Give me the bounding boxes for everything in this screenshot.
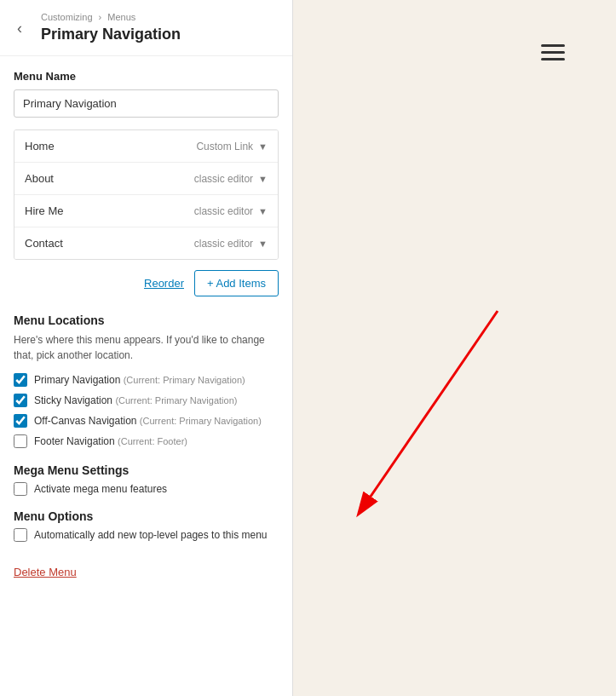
hamburger-button[interactable] bbox=[541, 44, 565, 60]
menu-options-auto-add-label: Automatically add new top-level pages to… bbox=[34, 529, 268, 541]
panel-body: Menu Name Home Custom Link ▼ About class… bbox=[0, 56, 292, 696]
menu-options-auto-add[interactable]: Automatically add new top-level pages to… bbox=[14, 528, 279, 542]
breadcrumb-customizing: Customizing bbox=[41, 12, 93, 22]
location-offcanvas-nav-label: Off-Canvas Navigation bbox=[34, 415, 140, 427]
page-title: Primary Navigation bbox=[41, 26, 279, 43]
hamburger-line-2 bbox=[541, 51, 565, 54]
mega-menu-checkboxes: Activate mega menu features bbox=[14, 482, 279, 496]
chevron-down-icon: ▼ bbox=[258, 239, 268, 249]
menu-item-type: classic editor bbox=[194, 173, 253, 185]
location-footer-nav-current: (Current: Footer) bbox=[118, 436, 187, 446]
menu-item[interactable]: Hire Me classic editor ▼ bbox=[14, 195, 278, 227]
chevron-down-icon: ▼ bbox=[258, 141, 268, 152]
menu-item-type: classic editor bbox=[194, 238, 253, 250]
menu-item-name: About bbox=[25, 172, 54, 185]
location-footer-nav[interactable]: Footer Navigation (Current: Footer) bbox=[14, 434, 279, 448]
menu-options-checkboxes: Automatically add new top-level pages to… bbox=[14, 528, 279, 542]
menu-locations-title: Menu Locations bbox=[14, 313, 279, 327]
location-primary-nav-current: (Current: Primary Navigation) bbox=[124, 375, 245, 385]
menu-name-label: Menu Name bbox=[14, 70, 279, 83]
hamburger-line-3 bbox=[541, 58, 565, 60]
menu-actions: Reorder + Add Items bbox=[14, 270, 279, 296]
mega-menu-activate-label: Activate mega menu features bbox=[34, 483, 167, 495]
add-items-button[interactable]: + Add Items bbox=[194, 270, 279, 296]
menu-item-type: classic editor bbox=[194, 205, 253, 217]
menu-item-name: Home bbox=[25, 140, 55, 152]
location-footer-nav-label: Footer Navigation bbox=[34, 435, 118, 447]
location-offcanvas-nav-checkbox[interactable] bbox=[14, 414, 27, 428]
breadcrumb-menus: Menus bbox=[107, 12, 135, 22]
menu-items-list: Home Custom Link ▼ About classic editor … bbox=[14, 129, 279, 260]
location-offcanvas-nav[interactable]: Off-Canvas Navigation (Current: Primary … bbox=[14, 414, 279, 428]
location-sticky-nav-current: (Current: Primary Navigation) bbox=[115, 395, 237, 406]
menu-item[interactable]: Home Custom Link ▼ bbox=[14, 130, 278, 163]
menu-item-type: Custom Link bbox=[196, 141, 253, 152]
back-button[interactable]: ‹ bbox=[10, 15, 29, 40]
menu-item[interactable]: Contact classic editor ▼ bbox=[14, 227, 278, 259]
location-sticky-nav-checkbox[interactable] bbox=[14, 394, 27, 407]
location-footer-nav-checkbox[interactable] bbox=[14, 434, 27, 448]
menu-locations-checkboxes: Primary Navigation (Current: Primary Nav… bbox=[14, 373, 279, 448]
reorder-button[interactable]: Reorder bbox=[144, 277, 184, 290]
right-panel bbox=[293, 0, 616, 696]
chevron-down-icon: ▼ bbox=[258, 174, 268, 184]
red-arrow bbox=[293, 0, 616, 696]
mega-menu-title: Mega Menu Settings bbox=[14, 463, 279, 477]
location-primary-nav[interactable]: Primary Navigation (Current: Primary Nav… bbox=[14, 373, 279, 387]
breadcrumb: Customizing › Menus bbox=[41, 12, 279, 22]
menu-item-name: Hire Me bbox=[25, 204, 64, 217]
hamburger-line-1 bbox=[541, 44, 565, 47]
breadcrumb-separator: › bbox=[99, 12, 102, 22]
left-panel: ‹ Customizing › Menus Primary Navigation… bbox=[0, 0, 293, 696]
location-primary-nav-label: Primary Navigation bbox=[34, 374, 124, 386]
menu-item-name: Contact bbox=[25, 237, 63, 250]
panel-header: ‹ Customizing › Menus Primary Navigation bbox=[0, 0, 292, 56]
menu-options-auto-add-checkbox[interactable] bbox=[14, 528, 27, 542]
location-sticky-nav[interactable]: Sticky Navigation (Current: Primary Navi… bbox=[14, 394, 279, 407]
delete-menu-button[interactable]: Delete Menu bbox=[14, 566, 77, 578]
chevron-down-icon: ▼ bbox=[258, 206, 268, 216]
location-primary-nav-checkbox[interactable] bbox=[14, 373, 27, 387]
menu-item[interactable]: About classic editor ▼ bbox=[14, 163, 278, 195]
location-sticky-nav-label: Sticky Navigation bbox=[34, 394, 115, 406]
svg-line-1 bbox=[366, 311, 498, 503]
menu-locations-desc: Here's where this menu appears. If you'd… bbox=[14, 332, 279, 363]
mega-menu-activate[interactable]: Activate mega menu features bbox=[14, 482, 279, 496]
menu-options-title: Menu Options bbox=[14, 509, 279, 523]
location-offcanvas-nav-current: (Current: Primary Navigation) bbox=[140, 416, 262, 426]
menu-name-input[interactable] bbox=[14, 89, 279, 118]
mega-menu-activate-checkbox[interactable] bbox=[14, 482, 27, 496]
